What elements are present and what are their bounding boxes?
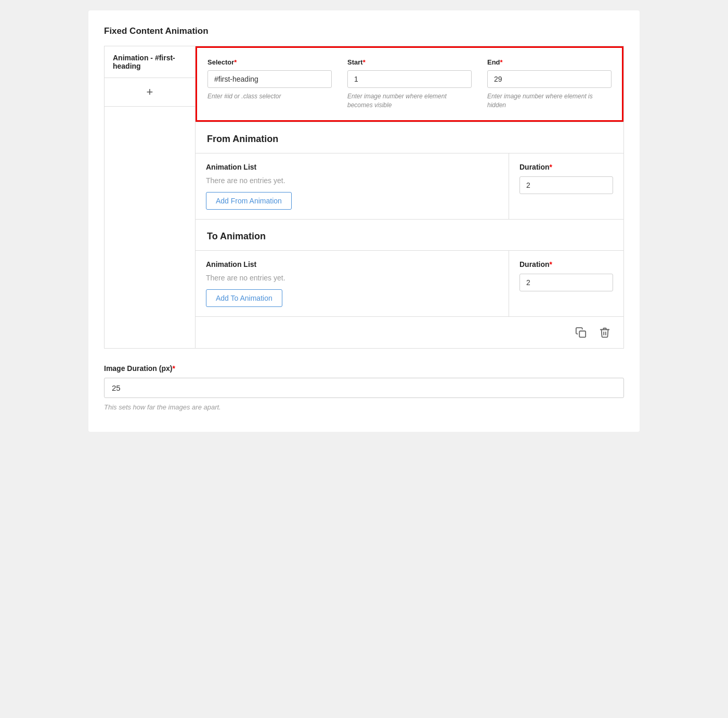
end-input[interactable]: [487, 70, 612, 88]
svg-rect-0: [579, 331, 586, 337]
to-animation-title: To Animation: [207, 231, 612, 242]
image-duration-hint: This sets how far the images are apart.: [104, 403, 624, 411]
from-animation-header: From Animation: [196, 122, 623, 153]
add-from-animation-button[interactable]: Add From Animation: [206, 192, 292, 210]
page-container: Fixed Content Animation Animation - #fir…: [88, 10, 640, 432]
start-input[interactable]: [347, 70, 472, 88]
from-animation-table: Animation List There are no entries yet.…: [196, 153, 623, 219]
delete-button[interactable]: [596, 324, 613, 341]
image-duration-label: Image Duration (px)*: [104, 364, 624, 373]
sidebar: Animation - #first-heading +: [105, 46, 196, 348]
to-duration-label: Duration*: [519, 260, 613, 268]
from-animation-duration-col: Duration*: [509, 153, 623, 219]
from-duration-input[interactable]: [519, 176, 613, 194]
main-layout: Animation - #first-heading + Selector* E…: [104, 46, 624, 349]
from-duration-label: Duration*: [519, 163, 613, 171]
to-animation-empty: There are no entries yet.: [206, 274, 498, 282]
to-duration-input[interactable]: [519, 274, 613, 291]
end-hint: Enter image number where element is hidd…: [487, 92, 612, 110]
page-title: Fixed Content Animation: [104, 26, 624, 36]
start-field: Start* Enter image number where element …: [347, 58, 487, 110]
to-animation-list-label: Animation List: [206, 260, 498, 268]
selector-field: Selector* Enter #id or .class selector: [207, 58, 347, 110]
from-animation-list-col: Animation List There are no entries yet.…: [196, 153, 509, 219]
end-label: End*: [487, 58, 612, 66]
sidebar-animation-item[interactable]: Animation - #first-heading: [105, 46, 195, 78]
end-field: End* Enter image number where element is…: [487, 58, 612, 110]
from-animation-empty: There are no entries yet.: [206, 176, 498, 185]
image-duration-section: Image Duration (px)* This sets how far t…: [104, 364, 624, 411]
content-area: Selector* Enter #id or .class selector S…: [196, 46, 623, 348]
to-animation-table: Animation List There are no entries yet.…: [196, 250, 623, 316]
selector-row: Selector* Enter #id or .class selector S…: [196, 46, 623, 122]
start-hint: Enter image number where element becomes…: [347, 92, 472, 110]
to-animation-list-col: Animation List There are no entries yet.…: [196, 251, 509, 316]
selector-input[interactable]: [207, 70, 332, 88]
to-animation-section: To Animation Animation List There are no…: [196, 219, 623, 348]
action-icons-row: [196, 316, 623, 348]
from-animation-title: From Animation: [207, 134, 612, 145]
to-animation-header: To Animation: [196, 220, 623, 250]
selector-hint: Enter #id or .class selector: [207, 92, 332, 101]
start-label: Start*: [347, 58, 472, 66]
from-animation-section: From Animation Animation List There are …: [196, 122, 623, 219]
sidebar-add-button[interactable]: +: [105, 78, 195, 107]
to-animation-duration-col: Duration*: [509, 251, 623, 316]
image-duration-input[interactable]: [104, 378, 624, 398]
copy-button[interactable]: [573, 324, 589, 341]
from-animation-list-label: Animation List: [206, 163, 498, 171]
selector-label: Selector*: [207, 58, 332, 66]
add-to-animation-button[interactable]: Add To Animation: [206, 289, 282, 307]
